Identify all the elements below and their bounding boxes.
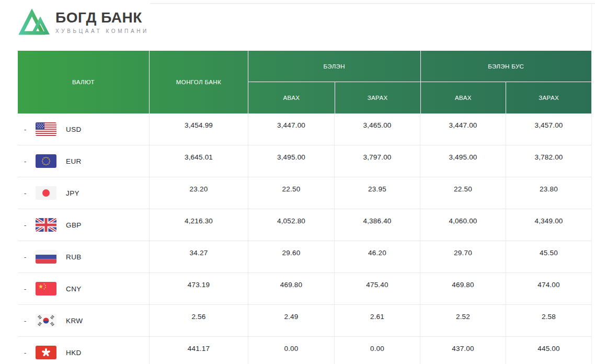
- currency-cell: - JPY: [18, 177, 149, 209]
- currency-row-rub[interactable]: - RUB 34.27 29.60 46.20 29.70 45.50: [18, 241, 591, 273]
- cash-buy-rate: 4,052.80: [248, 209, 334, 241]
- mongol-bank-rate: 3,645.01: [149, 145, 248, 177]
- krw-flag-icon: [36, 314, 56, 327]
- noncash-sell-rate: 45.50: [506, 241, 591, 272]
- noncash-buy-rate: 22.50: [420, 177, 506, 209]
- mongol-bank-rate: 34.27: [149, 241, 248, 272]
- noncash-sell-rate: 3,782.00: [506, 145, 591, 177]
- table-header: ВАЛЮТ МОНГОЛ БАНК БЭЛЭН БЭЛЭН БУС АВАХ З…: [18, 51, 591, 113]
- mongol-bank-rate: 473.19: [149, 273, 248, 304]
- bank-tagline: ХУВЬЦААТ КОМПАНИ: [55, 28, 149, 34]
- row-expand-toggle[interactable]: -: [24, 253, 28, 261]
- currency-code: CNY: [66, 285, 82, 293]
- cash-sell-rate: 475.40: [334, 273, 420, 304]
- row-expand-toggle[interactable]: -: [24, 221, 28, 229]
- currency-row-gbp[interactable]: - GBP 4,216.30: [18, 209, 591, 241]
- cash-sell-rate: 3,797.00: [334, 145, 420, 177]
- header-noncash-buy: АВАХ: [420, 82, 506, 113]
- currency-code: JPY: [66, 189, 79, 197]
- mongol-bank-rate: 23.20: [149, 177, 248, 209]
- header-noncash-sell: ЗАРАХ: [506, 82, 591, 113]
- noncash-sell-rate: 23.80: [506, 177, 591, 209]
- currency-row-cny[interactable]: - CNY 473.19 469.80 475.40 469.80 474.00: [18, 273, 591, 305]
- currency-code: RUB: [66, 253, 82, 261]
- row-expand-toggle[interactable]: -: [24, 126, 28, 133]
- cash-sell-rate: 2.61: [334, 305, 420, 336]
- cash-buy-rate: 469.80: [248, 273, 334, 304]
- cash-buy-rate: 3,495.00: [248, 145, 334, 177]
- mongol-bank-rate: 441.17: [149, 337, 248, 364]
- noncash-buy-rate: 469.80: [420, 273, 506, 304]
- currency-code: USD: [66, 126, 82, 133]
- cash-buy-rate: 2.49: [248, 305, 334, 336]
- cash-sell-rate: 23.95: [334, 177, 420, 209]
- content-right-edge: [591, 3, 592, 364]
- row-expand-toggle[interactable]: -: [24, 189, 28, 197]
- table-body: - USD 3,454.99 3,447.00 3,465.00 3,447.0…: [18, 113, 591, 364]
- currency-cell: - CNY: [18, 273, 149, 304]
- noncash-sell-rate: 474.00: [506, 273, 591, 304]
- cash-sell-rate: 4,386.40: [334, 209, 420, 241]
- currency-row-hkd[interactable]: - HKD: [18, 337, 591, 364]
- currency-cell: - HKD: [18, 337, 149, 364]
- eur-flag-icon: [36, 154, 56, 168]
- currency-cell: -: [18, 305, 149, 336]
- noncash-buy-rate: 437.00: [420, 337, 506, 364]
- header-cash-buy: АВАХ: [248, 82, 335, 113]
- cash-sell-rate: 0.00: [334, 337, 420, 364]
- row-expand-toggle[interactable]: -: [24, 349, 28, 357]
- cash-buy-rate: 29.60: [248, 241, 334, 272]
- cash-buy-rate: 0.00: [248, 337, 334, 364]
- currency-cell: - EUR: [18, 145, 149, 177]
- noncash-sell-rate: 2.58: [506, 305, 591, 336]
- row-expand-toggle[interactable]: -: [24, 157, 28, 165]
- mongol-bank-rate: 3,454.99: [149, 113, 248, 145]
- row-expand-toggle[interactable]: -: [24, 317, 28, 325]
- cash-sell-rate: 46.20: [334, 241, 420, 272]
- cny-flag-icon: [36, 282, 56, 295]
- header-mongol-bank: МОНГОЛ БАНК: [149, 51, 248, 113]
- mongol-bank-rate: 2.56: [149, 305, 248, 336]
- noncash-buy-rate: 29.70: [420, 241, 506, 272]
- rub-flag-icon: [36, 250, 56, 264]
- noncash-buy-rate: 3,495.00: [420, 145, 506, 177]
- noncash-sell-rate: 445.00: [506, 337, 591, 364]
- currency-row-usd[interactable]: - USD 3,454.99 3,447.00 3,465.00 3,447.0…: [18, 113, 591, 145]
- header-noncash-group: БЭЛЭН БУС: [420, 51, 592, 82]
- noncash-sell-rate: 3,457.00: [506, 113, 591, 145]
- currency-code: KRW: [66, 317, 83, 325]
- jpy-flag-icon: [36, 186, 56, 200]
- bank-name: БОГД БАНК: [55, 10, 149, 25]
- currency-code: GBP: [66, 221, 82, 229]
- header-cash-group: БЭЛЭН: [248, 51, 420, 82]
- cash-sell-rate: 3,465.00: [334, 113, 420, 145]
- noncash-buy-rate: 3,447.00: [420, 113, 506, 145]
- header-cash-sell: ЗАРАХ: [335, 82, 420, 113]
- exchange-rates-table: ВАЛЮТ МОНГОЛ БАНК БЭЛЭН БЭЛЭН БУС АВАХ З…: [18, 51, 591, 364]
- bank-logo[interactable]: БОГД БАНК ХУВЬЦААТ КОМПАНИ: [18, 6, 149, 38]
- noncash-buy-rate: 4,060.00: [420, 209, 506, 241]
- noncash-sell-rate: 4,349.00: [506, 209, 591, 241]
- page: БОГД БАНК ХУВЬЦААТ КОМПАНИ ВАЛЮТ МОНГОЛ …: [0, 0, 595, 364]
- mongol-bank-rate: 4,216.30: [149, 209, 248, 241]
- currency-row-jpy[interactable]: - JPY 23.20 22.50 23.95 22.50 23.80: [18, 177, 591, 209]
- usd-flag-icon: [36, 122, 56, 136]
- currency-code: HKD: [66, 349, 82, 357]
- currency-row-krw[interactable]: -: [18, 305, 591, 337]
- header-currency: ВАЛЮТ: [18, 51, 149, 113]
- currency-cell: - RUB: [18, 241, 149, 272]
- noncash-buy-rate: 2.52: [420, 305, 506, 336]
- top-panel-divider: [150, 3, 595, 4]
- bank-logo-icon: [18, 6, 50, 38]
- hkd-flag-icon: [36, 346, 56, 359]
- row-expand-toggle[interactable]: -: [24, 285, 28, 293]
- currency-code: EUR: [66, 157, 82, 165]
- currency-cell: - GBP: [18, 209, 149, 241]
- gbp-flag-icon: [36, 218, 56, 232]
- currency-row-eur[interactable]: - EUR 3,645.01 3,495.00 3,797.00 3,495.0…: [18, 145, 591, 177]
- currency-cell: - USD: [18, 113, 149, 145]
- cash-buy-rate: 22.50: [248, 177, 334, 209]
- cash-buy-rate: 3,447.00: [248, 113, 334, 145]
